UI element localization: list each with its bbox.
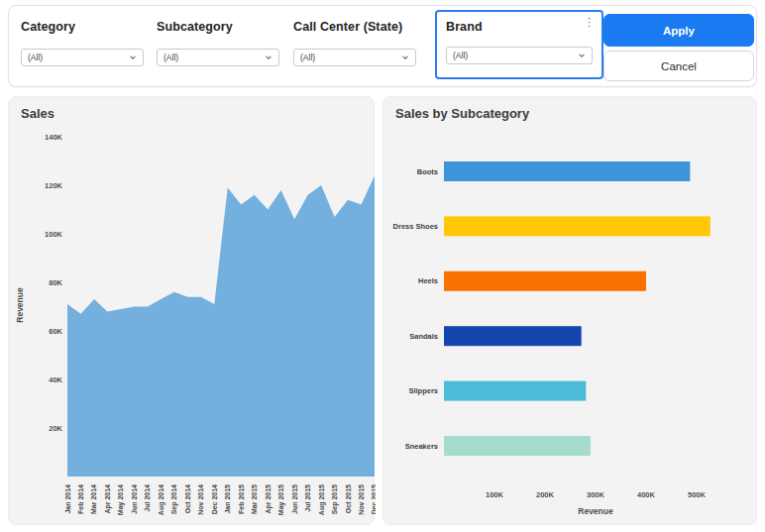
x-tick-label: Aug 2015 [318, 484, 326, 515]
brand-select[interactable]: (All) [446, 47, 593, 64]
x-tick-label: Sep 2014 [170, 484, 178, 514]
x-tick-label: Oct 2014 [184, 484, 191, 513]
bar-category-label: Dress Shoes [393, 222, 438, 231]
subcategory-select[interactable]: (All) [157, 49, 279, 66]
x-tick-label: 200K [536, 490, 555, 499]
x-tick-label: Oct 2015 [345, 484, 352, 513]
sales-area-chart-panel: Sales 20K40K60K80K100K120K140KRevenueJan… [8, 96, 375, 525]
chevron-down-icon [401, 53, 409, 61]
bar-category-label: Heels [418, 276, 438, 285]
brand-select-value: (All) [453, 51, 468, 60]
x-tick-label: Sep 2015 [331, 484, 339, 514]
x-tick-label: Jan 2015 [224, 484, 231, 514]
filter-subcategory: Subcategory (All) [157, 20, 279, 66]
y-tick-label: 60K [49, 327, 62, 336]
y-tick-label: 100K [45, 230, 63, 239]
x-tick-label: Dec 2014 [211, 484, 218, 514]
x-tick-label: Jun 2014 [131, 484, 138, 514]
cancel-button[interactable]: Cancel [603, 51, 754, 81]
bar-sandals[interactable] [444, 326, 582, 346]
more-options-icon[interactable]: ⋮ [580, 13, 599, 31]
x-tick-label: Jan 2014 [64, 484, 71, 514]
x-tick-label: Aug 2014 [158, 484, 165, 515]
bar-dress-shoes[interactable] [444, 216, 710, 236]
subcategory-label: Subcategory [157, 20, 279, 34]
x-tick-label: Feb 2015 [238, 484, 245, 514]
call-center-select-value: (All) [300, 53, 315, 62]
x-tick-label: Dec 2015 [371, 484, 376, 514]
x-tick-label: Apr 2015 [265, 484, 273, 514]
y-axis-title: Revenue [15, 287, 25, 323]
x-tick-label: Jun 2015 [291, 484, 298, 514]
category-select-value: (All) [28, 53, 43, 62]
x-tick-label: Feb 2014 [77, 484, 84, 514]
bar-category-label: Sandals [409, 332, 438, 341]
bar-boots[interactable] [444, 161, 690, 181]
x-tick-label: May 2015 [277, 484, 285, 515]
sales-area-series[interactable] [67, 175, 375, 477]
bar-slippers[interactable] [444, 381, 586, 401]
x-tick-label: 400K [637, 490, 656, 499]
x-tick-label: 300K [587, 490, 605, 499]
bar-category-label: Sneakers [405, 442, 438, 451]
call-center-label: Call Center (State) [293, 20, 416, 34]
x-tick-label: May 2014 [117, 484, 125, 515]
bar-sneakers[interactable] [444, 436, 591, 456]
x-axis-title: Revenue [578, 506, 613, 516]
y-tick-label: 20K [49, 424, 62, 433]
category-select[interactable]: (All) [21, 49, 144, 66]
x-tick-label: Nov 2014 [197, 484, 204, 515]
chevron-down-icon [129, 53, 137, 61]
filter-bar: Category (All) Subcategory (All) Call Ce… [8, 5, 757, 87]
bar-category-label: Slippers [408, 386, 438, 395]
x-tick-label: Apr 2014 [104, 484, 112, 514]
bar-category-label: Boots [417, 167, 438, 176]
x-tick-label: 100K [486, 490, 504, 499]
x-tick-label: Mar 2014 [90, 484, 97, 514]
sales-by-subcategory-chart[interactable]: BootsDress ShoesHeelsSandalsSlippersSnea… [383, 97, 758, 525]
sales-area-chart[interactable]: 20K40K60K80K100K120K140KRevenueJan 2014F… [9, 97, 376, 525]
x-tick-label: Mar 2015 [251, 484, 258, 514]
x-tick-label: Jul 2014 [144, 484, 151, 512]
y-tick-label: 120K [45, 181, 63, 190]
x-tick-label: Jul 2015 [304, 484, 311, 512]
brand-label: Brand [446, 20, 483, 34]
subcategory-select-value: (All) [164, 53, 178, 62]
chevron-down-icon [265, 53, 273, 61]
y-tick-label: 40K [49, 375, 62, 384]
chevron-down-icon [578, 52, 586, 59]
filter-category: Category (All) [21, 20, 144, 66]
filter-brand-focused[interactable]: ⋮ Brand (All) [435, 10, 603, 79]
apply-button[interactable]: Apply [603, 14, 754, 47]
y-tick-label: 80K [49, 278, 62, 287]
category-label: Category [21, 20, 144, 34]
sales-by-subcategory-panel: Sales by Subcategory BootsDress ShoesHee… [382, 96, 757, 525]
filter-call-center: Call Center (State) (All) [293, 20, 416, 66]
x-tick-label: Nov 2015 [358, 484, 365, 515]
call-center-select[interactable]: (All) [293, 49, 416, 66]
x-tick-label: 500K [688, 490, 707, 499]
bar-heels[interactable] [444, 271, 646, 291]
y-tick-label: 140K [45, 133, 63, 142]
